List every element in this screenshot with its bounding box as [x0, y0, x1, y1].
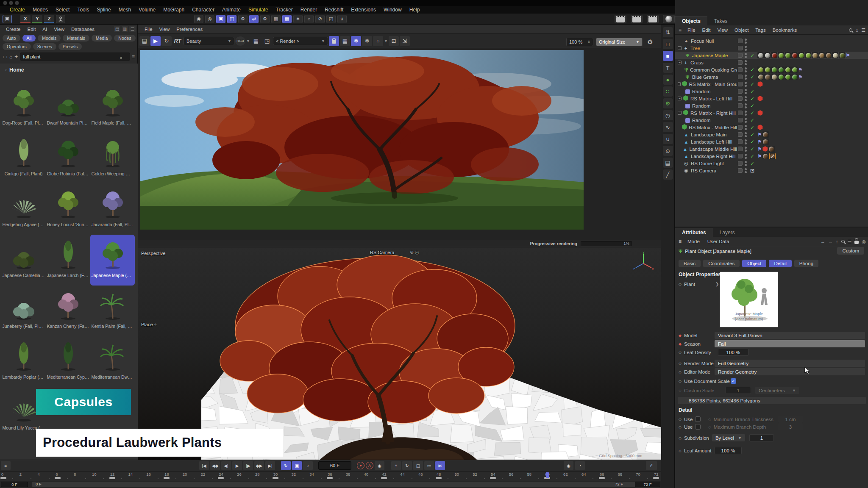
plant-item[interactable]: Japanese Camellia (Fal...: [1, 235, 46, 286]
om-menu-file[interactable]: File: [684, 28, 699, 33]
prev-frame-button[interactable]: ◀|: [221, 461, 231, 470]
render-view[interactable]: FileViewPreferences ▤ ▶ ↻ RT Beauty▼ RGB…: [138, 25, 661, 240]
timeline-tick[interactable]: 12: [110, 472, 115, 477]
tab-objects[interactable]: Objects: [675, 17, 707, 25]
loop-button[interactable]: ↻: [281, 461, 291, 470]
layer-square-icon[interactable]: [738, 125, 743, 130]
tool-camera-icon[interactable]: ⊙: [663, 146, 673, 156]
om-menu-bookmarks[interactable]: Bookmarks: [769, 28, 801, 33]
gear-icon[interactable]: ⚙: [260, 15, 270, 23]
visibility-dots[interactable]: [745, 46, 747, 51]
redshift-tag-icon[interactable]: [762, 146, 768, 152]
enabled-check-icon[interactable]: ✓: [750, 110, 754, 116]
snapshot-settings-icon[interactable]: ❄: [362, 36, 372, 46]
tree-row[interactable]: ◉RS Camera⊡: [675, 167, 868, 174]
tool-selection-icon[interactable]: □: [663, 39, 673, 49]
visibility-dots[interactable]: [745, 125, 747, 130]
menu-animate[interactable]: Animate: [218, 7, 245, 13]
timeline-tick[interactable]: 66: [600, 472, 604, 477]
tree-row[interactable]: ▲Landscape Left Hill✓⚑: [675, 138, 868, 145]
plant-item[interactable]: Dog-Rose (Fall, Plant): [1, 82, 46, 133]
timeline-tick[interactable]: 56: [509, 472, 514, 477]
plant-item[interactable]: Field Maple (Fall, Plant): [90, 82, 135, 133]
layer-square-icon[interactable]: [738, 82, 743, 86]
plant-item[interactable]: Japanese Larch (Fall, Pl...: [46, 235, 90, 286]
editor-mode-select[interactable]: Render Geometry: [715, 368, 865, 375]
enabled-check-icon[interactable]: ✓: [750, 125, 754, 130]
render-view-button[interactable]: [615, 15, 626, 23]
tree-row[interactable]: ▲Landscape Main✓⚑: [675, 131, 868, 138]
enabled-check-icon[interactable]: ✓: [750, 139, 754, 145]
enabled-check-icon[interactable]: ✓: [750, 67, 754, 73]
range-start-field[interactable]: 0 F: [1, 482, 28, 487]
enabled-check-icon[interactable]: ✓: [750, 89, 754, 94]
material-swatch[interactable]: [778, 52, 784, 58]
timeline-tick[interactable]: 6: [56, 472, 58, 477]
material-swatch[interactable]: [785, 67, 791, 73]
plant-item[interactable]: Honey Locust 'Sunbur...: [46, 184, 90, 235]
range-end-field[interactable]: 72 F: [635, 482, 660, 487]
forward-icon[interactable]: ›: [6, 54, 8, 60]
filter-chip-all[interactable]: All: [22, 35, 36, 42]
plant-item[interactable]: Dwarf Mountain Pine (...: [46, 82, 90, 133]
timeline-menu-icon[interactable]: ≡: [1, 461, 11, 470]
leaf-density-field[interactable]: 100 %: [718, 349, 748, 356]
viewport-name-label[interactable]: Perspective: [141, 251, 165, 256]
filter-icon[interactable]: ☰: [861, 28, 865, 33]
use-max-depth-checkbox[interactable]: ✓: [695, 424, 701, 430]
camera-target-icon[interactable]: ⊡: [750, 168, 754, 174]
filter-chip-materials[interactable]: Materials: [63, 35, 89, 42]
start-render-icon[interactable]: ▶: [150, 36, 161, 46]
enabled-check-icon[interactable]: ✓: [750, 161, 754, 166]
layer-square-icon[interactable]: [738, 96, 743, 101]
axis-y-button[interactable]: Y: [32, 15, 42, 23]
render-region-icon[interactable]: ◉: [194, 15, 203, 23]
channel-caret-icon[interactable]: ▼: [246, 39, 250, 43]
workplane-icon[interactable]: ◰: [326, 15, 336, 23]
filter-chip-scenes[interactable]: Scenes: [33, 43, 56, 50]
visibility-dots[interactable]: [745, 60, 747, 65]
layer-square-icon[interactable]: [738, 118, 743, 122]
material-swatch[interactable]: [771, 74, 777, 80]
circle-tool-icon[interactable]: ○: [304, 15, 314, 23]
render-slot-select[interactable]: < Render >▼: [273, 37, 328, 45]
keyframe-marker[interactable]: [599, 477, 605, 479]
tree-row[interactable]: ◎RS Dome Light✓: [675, 160, 868, 167]
material-swatch[interactable]: [757, 74, 764, 80]
tree-row[interactable]: −RS Matrix - Right Hill✓: [675, 109, 868, 116]
viewport-solo-icon[interactable]: ▣: [216, 15, 225, 23]
focus-icon[interactable]: ⊡: [389, 36, 399, 46]
plant-item[interactable]: Japanese Maple (Fall, ...: [90, 235, 135, 286]
annotation-tag-icon[interactable]: ⚑: [757, 132, 762, 138]
rv-menu-file[interactable]: File: [141, 27, 156, 32]
snap-icon[interactable]: ∗: [293, 15, 303, 23]
use-document-scale-checkbox[interactable]: ✓: [731, 378, 736, 384]
timeline-tick[interactable]: 16: [146, 472, 151, 477]
filter-icon[interactable]: ☰: [848, 239, 852, 244]
record-button[interactable]: ●: [357, 462, 364, 469]
play-button[interactable]: ▶: [232, 461, 242, 470]
plant-item[interactable]: Juneberry (Fall, Plant): [1, 286, 46, 336]
tab-attributes[interactable]: Attributes: [675, 228, 713, 237]
layout-icon[interactable]: ▣: [3, 15, 12, 23]
layer-square-icon[interactable]: [738, 132, 743, 137]
plant-item[interactable]: Jacaranda (Fall, Plant): [90, 184, 135, 235]
filter-chip-operators[interactable]: Operators: [3, 43, 31, 50]
lock-icon[interactable]: [329, 36, 339, 46]
viewport-quad-icon[interactable]: ◫: [227, 15, 236, 23]
tool-render-icon[interactable]: ▤: [663, 158, 673, 168]
tree-row[interactable]: ∷Random✓: [675, 116, 868, 124]
layer-square-icon[interactable]: [738, 161, 743, 166]
timeline-tick[interactable]: 8: [74, 472, 76, 477]
menu-modes[interactable]: Modes: [29, 7, 52, 13]
filter-chip-media[interactable]: Media: [92, 35, 112, 42]
crop-icon[interactable]: ◳: [262, 36, 272, 46]
expander-icon[interactable]: −: [678, 82, 681, 86]
material-swatch[interactable]: [818, 52, 825, 58]
layer-square-icon[interactable]: [738, 67, 743, 72]
material-swatch[interactable]: [768, 146, 775, 152]
expander-icon[interactable]: −: [678, 97, 682, 100]
current-frame-field[interactable]: 60 F: [318, 461, 351, 470]
tab-takes[interactable]: Takes: [707, 17, 734, 25]
ab-menu-create[interactable]: Create: [3, 27, 24, 32]
